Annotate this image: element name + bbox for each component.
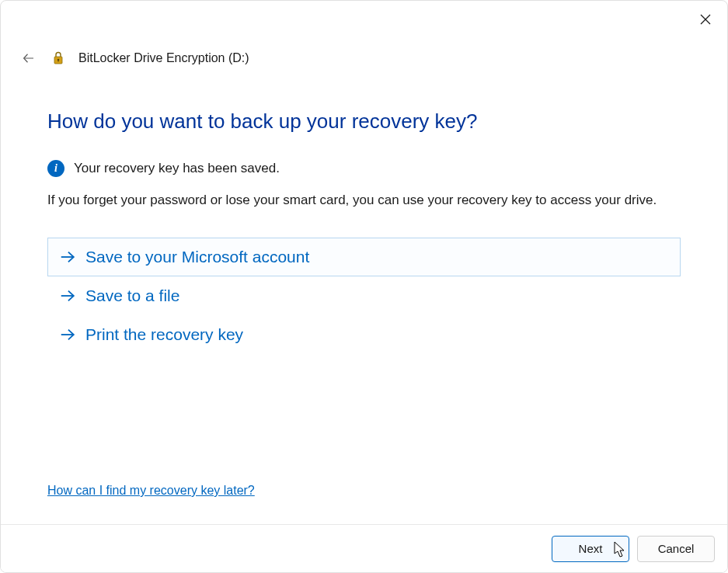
header-row: BitLocker Drive Encryption (D:) <box>1 38 727 72</box>
footer: Next Cancel <box>1 524 727 572</box>
page-heading: How do you want to back up your recovery… <box>47 109 681 134</box>
close-button[interactable] <box>696 10 715 29</box>
info-row: i Your recovery key has been saved. <box>47 160 681 177</box>
content-area: How do you want to back up your recovery… <box>1 72 727 362</box>
titlebar <box>1 1 727 38</box>
help-link[interactable]: How can I find my recovery key later? <box>47 484 255 498</box>
cancel-button[interactable]: Cancel <box>637 536 715 562</box>
bitlocker-icon <box>51 50 66 66</box>
option-label: Save to your Microsoft account <box>85 248 309 266</box>
next-button[interactable]: Next <box>552 536 629 562</box>
description-text: If you forget your password or lose your… <box>47 191 681 210</box>
arrow-right-icon <box>59 326 76 343</box>
back-arrow-icon <box>22 51 36 65</box>
option-label: Print the recovery key <box>85 325 243 344</box>
option-label: Save to a file <box>85 286 179 305</box>
app-title: BitLocker Drive Encryption (D:) <box>78 51 249 65</box>
option-save-microsoft-account[interactable]: Save to your Microsoft account <box>47 238 681 276</box>
arrow-right-icon <box>59 287 76 304</box>
svg-rect-5 <box>57 60 58 62</box>
arrow-right-icon <box>59 248 76 266</box>
options-list: Save to your Microsoft account Save to a… <box>47 238 681 354</box>
info-icon: i <box>47 160 64 177</box>
close-icon <box>700 14 711 25</box>
option-save-to-file[interactable]: Save to a file <box>47 276 681 315</box>
option-print-recovery-key[interactable]: Print the recovery key <box>47 315 681 354</box>
info-text: Your recovery key has been saved. <box>74 161 280 176</box>
back-button[interactable] <box>19 49 38 68</box>
